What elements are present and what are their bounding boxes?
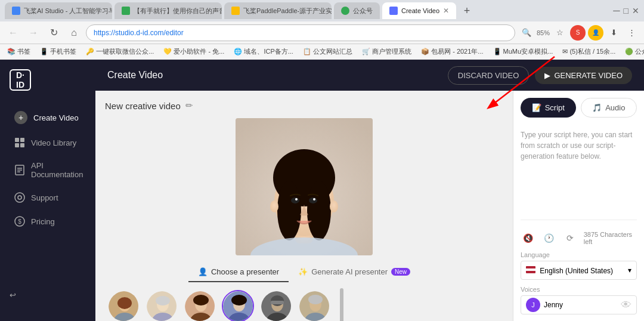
presenter-avatar-2[interactable] xyxy=(145,290,178,321)
new-tab-button[interactable]: + xyxy=(459,2,475,19)
back-icon: ↩ xyxy=(10,291,16,300)
tab-5[interactable]: Create Video ✕ xyxy=(382,2,456,19)
script-area[interactable]: Type your script here, you can start fro… xyxy=(521,125,637,220)
svg-rect-2 xyxy=(15,143,19,147)
extensions-icon[interactable]: S xyxy=(570,25,586,41)
sidebar-item-create-video[interactable]: + Create Video xyxy=(5,105,91,130)
home-button[interactable]: ⌂ xyxy=(66,24,82,41)
bookmark-6[interactable]: 📋 公文网站汇总 xyxy=(301,46,355,57)
script-tab[interactable]: 📝 Script xyxy=(521,98,576,118)
audio-tab[interactable]: 🎵 Audio xyxy=(581,98,637,118)
zoom-level: 85% xyxy=(537,29,550,36)
mute-icon[interactable]: 🔇 xyxy=(521,230,535,246)
svg-point-9 xyxy=(18,196,21,199)
bookmark-10[interactable]: ✉ (5)私信 / 15余... xyxy=(560,46,618,57)
bookmark-9[interactable]: 📱 MuMu安卓模拟... xyxy=(491,46,556,57)
generate-video-button[interactable]: ▶ GENERATE VIDEO xyxy=(535,67,632,84)
bookmark-3[interactable]: 🔑 一键获取微信公众... xyxy=(83,46,156,57)
tab-1[interactable]: 飞桨AI Studio - 人工智能学习与实... xyxy=(5,2,112,19)
svg-point-37 xyxy=(193,295,209,305)
panel-icons: 🔇 🕐 ⟳ 3875 Characters left xyxy=(521,225,637,251)
sidebar-bottom-back[interactable]: ↩ xyxy=(10,286,86,304)
tab-3[interactable]: 飞桨PaddlePaddle-源于产业实践的... xyxy=(224,2,332,19)
tab-4[interactable]: 公众号 xyxy=(334,2,380,19)
presenter-list xyxy=(105,290,333,321)
language-select[interactable]: English (United States) ▾ xyxy=(521,261,637,280)
tab-2[interactable]: 【有手就行】使用你自己的声音创语... xyxy=(114,2,222,19)
svg-point-33 xyxy=(156,296,170,305)
svg-point-24 xyxy=(330,200,338,212)
sidebar: D·ID + Create Video Video Library API Do… xyxy=(0,60,95,321)
back-button[interactable]: ← xyxy=(5,24,21,41)
svg-point-23 xyxy=(270,200,278,212)
browser-actions: 🔍 85% ☆ S 👤 ⬇ ⋮ xyxy=(519,25,639,41)
content-area: New creative video ✏ xyxy=(95,91,644,321)
bookmark-icon[interactable]: ☆ xyxy=(552,25,568,41)
refresh-button[interactable]: ↻ xyxy=(45,24,62,41)
generate-icon: ▶ xyxy=(544,71,550,80)
sidebar-item-video-library[interactable]: Video Library xyxy=(5,131,91,154)
choose-presenter-tab[interactable]: 👤 Choose a presenter xyxy=(188,263,289,282)
search-icon[interactable]: 🔍 xyxy=(519,25,534,41)
edit-title-icon[interactable]: ✏ xyxy=(185,100,193,111)
more-icon[interactable]: ⋮ xyxy=(624,25,639,41)
download-icon[interactable]: ⬇ xyxy=(606,25,621,41)
bookmark-8[interactable]: 📦 包易网 - 2021年... xyxy=(419,46,485,57)
new-badge: New xyxy=(391,268,410,276)
sidebar-item-support[interactable]: Support xyxy=(5,186,91,209)
language-field: Language English (United States) ▾ xyxy=(521,251,637,280)
minimize-icon[interactable]: ─ xyxy=(613,5,620,16)
browser-chrome: 飞桨AI Studio - 人工智能学习与实... 【有手就行】使用你自己的声音… xyxy=(0,0,644,60)
address-input[interactable] xyxy=(86,24,515,41)
bookmark-4[interactable]: 💛 爱小助软件 - 免... xyxy=(161,46,227,57)
tab-bar: 飞桨AI Studio - 人工智能学习与实... 【有手就行】使用你自己的声音… xyxy=(0,0,644,21)
language-label: Language xyxy=(521,251,637,258)
voices-select[interactable]: J Jenny 👁 xyxy=(521,295,637,314)
presenter-avatar-3[interactable] xyxy=(184,290,216,321)
api-docs-icon xyxy=(14,165,25,175)
presenter-avatar-4[interactable] xyxy=(222,290,254,321)
presenter-area xyxy=(105,118,503,255)
svg-rect-3 xyxy=(20,143,24,147)
sidebar-item-pricing[interactable]: $ Pricing xyxy=(5,210,91,233)
discard-video-button[interactable]: DISCARD VIDEO xyxy=(448,66,530,85)
close-window-icon[interactable]: ✕ xyxy=(632,6,639,16)
support-icon xyxy=(14,192,25,203)
logo-icon: D·ID xyxy=(10,69,31,91)
maximize-icon[interactable]: □ xyxy=(624,6,628,16)
clock-icon[interactable]: 🕐 xyxy=(541,230,556,246)
sidebar-item-api-docs[interactable]: API Documentation xyxy=(5,155,91,185)
bookmark-7[interactable]: 🛒 商户管理系统 xyxy=(360,46,414,57)
sidebar-nav: + Create Video Video Library API Documen… xyxy=(0,105,95,279)
voices-label: Voices xyxy=(521,286,637,293)
presenter-avatar-5[interactable] xyxy=(260,290,292,321)
svg-point-41 xyxy=(231,295,247,305)
generate-ai-presenter-tab[interactable]: ✨ Generate AI presenter New xyxy=(289,263,420,282)
forward-button[interactable]: → xyxy=(25,24,42,41)
bookmark-5[interactable]: 🌐 域名、ICP备方... xyxy=(231,46,296,57)
app: D·ID + Create Video Video Library API Do… xyxy=(0,60,644,321)
svg-point-18 xyxy=(307,181,331,240)
presenter-frame xyxy=(236,118,373,255)
svg-point-8 xyxy=(15,193,24,202)
header-actions: DISCARD VIDEO ▶ GENERATE VIDEO xyxy=(448,66,632,85)
voice-expand-icon: 👁 xyxy=(621,299,631,311)
tab-close-icon[interactable]: ✕ xyxy=(443,7,449,15)
bookmark-2[interactable]: 📱 手机书签 xyxy=(38,46,79,57)
svg-point-17 xyxy=(277,181,301,240)
video-title-row: New creative video ✏ xyxy=(105,100,503,111)
chevron-down-icon: ▾ xyxy=(628,266,631,274)
presenter-avatar-1[interactable] xyxy=(107,290,140,321)
presenter-avatar-6[interactable] xyxy=(298,290,330,321)
profile-icon[interactable]: 👤 xyxy=(588,25,603,41)
voices-field: Voices J Jenny 👁 xyxy=(521,286,637,314)
bookmark-11[interactable]: 🟢 公众号 xyxy=(623,46,644,57)
audio-icon: 🎵 xyxy=(592,103,602,112)
svg-rect-0 xyxy=(15,138,19,142)
bookmark-1[interactable]: 📚 书签 xyxy=(5,46,33,57)
share-icon[interactable]: ⟳ xyxy=(562,230,577,246)
svg-text:$: $ xyxy=(18,218,21,225)
pricing-icon: $ xyxy=(14,216,25,227)
scrollbar-area[interactable] xyxy=(340,288,343,321)
create-video-icon: + xyxy=(14,111,27,124)
